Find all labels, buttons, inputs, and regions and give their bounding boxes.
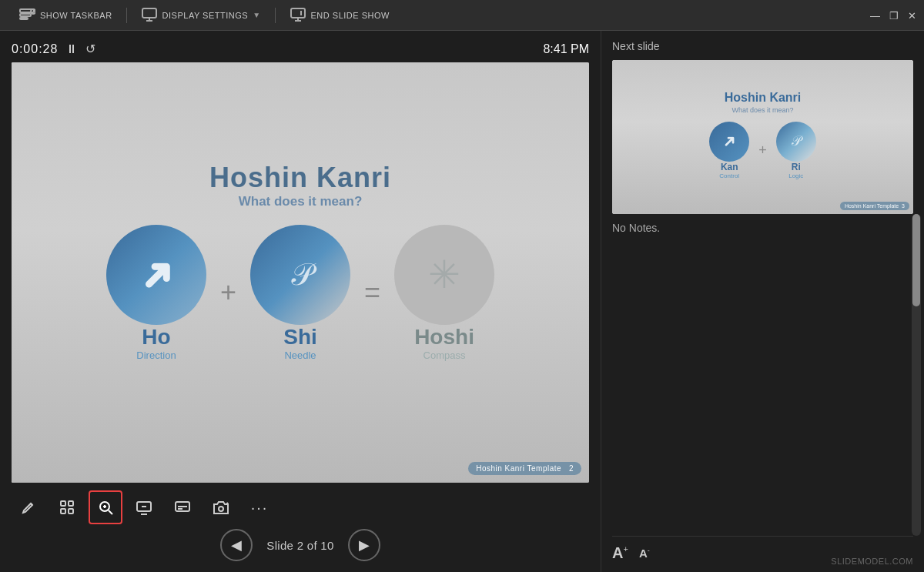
hoshi-circle: ✳	[394, 225, 494, 325]
display-icon	[141, 5, 158, 25]
subtitle-icon	[174, 499, 191, 516]
slide-inner: Hoshin Kanri What does it mean? ➜ Ho Dir…	[12, 62, 589, 483]
scrollbar-thumb[interactable]	[912, 214, 920, 306]
svg-rect-2	[20, 18, 28, 19]
preview-inner: Hoshin Kanri What does it mean? ➜ Kan Co…	[612, 60, 913, 214]
slide-watermark: Hoshin Kanri Template 2	[468, 462, 581, 475]
show-taskbar-button[interactable]: SHOW TASKBAR	[8, 0, 123, 31]
close-button[interactable]: ✕	[908, 10, 916, 22]
svg-point-25	[219, 507, 223, 511]
decrease-font-button[interactable]: A-	[639, 547, 650, 560]
taskbar-icon	[18, 5, 35, 25]
svg-rect-7	[291, 8, 305, 18]
notes-text: No Notes.	[612, 222, 913, 234]
hoshi-label-group: Hoshi Compass	[394, 325, 494, 361]
hoshi-main-label: Hoshi	[394, 325, 494, 350]
zoom-icon	[97, 499, 114, 516]
preview-watermark: Hoshin Kanri Template 3	[840, 202, 909, 210]
camera-button[interactable]	[204, 490, 238, 524]
slide-counter: Slide 2 of 10	[266, 539, 333, 552]
svg-rect-11	[61, 501, 65, 506]
preview-arrow-icon: ➜	[718, 129, 742, 153]
next-slide-label: Next slide	[612, 40, 913, 52]
ho-label-group: Ho Direction	[106, 325, 206, 361]
restore-button[interactable]: ❐	[889, 10, 899, 22]
current-time: 8:41 PM	[543, 42, 589, 56]
ho-sub-label: Direction	[106, 350, 206, 361]
increase-font-icon: A	[612, 544, 623, 561]
shi-group: 𝒫 Shi Needle	[250, 225, 350, 361]
slide-toolbar: ···	[12, 483, 589, 524]
end-slideshow-button[interactable]: END SLIDE SHOW	[279, 0, 400, 31]
ellipsis-icon: ···	[251, 499, 269, 517]
equals-operator: =	[364, 276, 380, 309]
pen-icon	[20, 499, 37, 516]
camera-icon	[213, 499, 229, 516]
notes-scrollbar[interactable]	[912, 214, 921, 536]
plus-operator: +	[220, 276, 236, 309]
prev-arrow-icon: ◀	[231, 537, 242, 554]
ho-group: ➜ Ho Direction	[106, 225, 206, 361]
next-slide-button[interactable]: ▶	[348, 529, 380, 561]
compass-icon: ✳	[428, 253, 460, 297]
pen-tool-button[interactable]	[12, 490, 45, 524]
preview-kan-circle: ➜	[709, 122, 749, 162]
preview-needle-icon: 𝒫	[791, 133, 801, 149]
next-slide-preview: Hoshin Kanri What does it mean? ➜ Kan Co…	[612, 60, 913, 214]
decrease-font-icon: A	[639, 547, 648, 560]
needle-icon: 𝒫	[290, 257, 311, 293]
arrow-icon: ➜	[126, 245, 186, 305]
increase-font-button[interactable]: A+	[612, 543, 628, 563]
svg-rect-13	[61, 509, 65, 513]
grid-view-button[interactable]	[50, 490, 84, 524]
end-slideshow-label: END SLIDE SHOW	[311, 11, 390, 20]
prev-slide-button[interactable]: ◀	[220, 529, 253, 561]
pause-button[interactable]: ⏸	[65, 42, 78, 56]
svg-line-16	[109, 510, 112, 514]
hoshi-group: ✳ Hoshi Compass	[394, 225, 494, 361]
show-taskbar-label: SHOW TASKBAR	[40, 11, 112, 20]
reset-button[interactable]: ↺	[85, 42, 95, 56]
site-watermark: SLIDEMODEL.COM	[831, 557, 913, 566]
shi-circle: 𝒫	[250, 225, 350, 325]
ho-circle: ➜	[106, 225, 206, 325]
title-bar: SHOW TASKBAR DISPLAY SETTINGS ▼ END SLID…	[0, 0, 924, 31]
preview-icons-row: ➜ Kan Control + 𝒫 Ri	[709, 122, 816, 179]
timer-left: 0:00:28 ⏸ ↺	[12, 42, 95, 56]
slide-icons-row: ➜ Ho Direction + 𝒫	[106, 225, 494, 361]
slide-subtitle: What does it mean?	[209, 194, 391, 209]
display-settings-label: DISPLAY SETTINGS	[162, 11, 249, 20]
grid-icon	[59, 499, 75, 516]
svg-rect-12	[69, 501, 73, 506]
zoom-button[interactable]	[89, 490, 122, 524]
window-controls: — ❐ ✕	[870, 0, 916, 31]
navigation-row: ◀ Slide 2 of 10 ▶	[12, 524, 589, 564]
separator-1	[126, 8, 127, 23]
svg-line-26	[226, 503, 228, 504]
elapsed-time: 0:00:28	[12, 42, 58, 56]
subtitle-button[interactable]	[166, 490, 199, 524]
end-icon	[290, 5, 306, 25]
timer-bar: 0:00:28 ⏸ ↺ 8:41 PM	[12, 38, 589, 62]
preview-subtitle: What does it mean?	[732, 106, 793, 114]
minimize-button[interactable]: —	[870, 10, 880, 22]
shi-main-label: Shi	[250, 325, 350, 350]
display-settings-button[interactable]: DISPLAY SETTINGS ▼	[130, 0, 272, 31]
preview-ri-circle: 𝒫	[776, 122, 816, 162]
svg-rect-1	[20, 14, 31, 16]
shi-sub-label: Needle	[250, 350, 350, 361]
blank-screen-button[interactable]	[127, 490, 161, 524]
slide-header: Hoshin Kanri What does it mean?	[209, 162, 391, 209]
svg-rect-14	[69, 509, 73, 513]
preview-ri-group: 𝒫 Ri Logic	[776, 122, 816, 179]
notes-area: No Notes.	[612, 214, 913, 536]
slide-bg: Hoshin Kanri What does it mean? ➜ Ho Dir…	[12, 62, 589, 483]
more-options-button[interactable]: ···	[243, 490, 276, 524]
presenter-panel: 0:00:28 ⏸ ↺ 8:41 PM Hoshin Kanri What do…	[0, 31, 601, 572]
ho-main-label: Ho	[106, 325, 206, 350]
preview-kan-group: ➜ Kan Control	[709, 122, 749, 179]
black-screen-icon	[136, 499, 152, 516]
svg-rect-4	[142, 8, 156, 18]
preview-kan-label: Kan Control	[709, 162, 749, 179]
preview-ri-label: Ri Logic	[776, 162, 816, 179]
